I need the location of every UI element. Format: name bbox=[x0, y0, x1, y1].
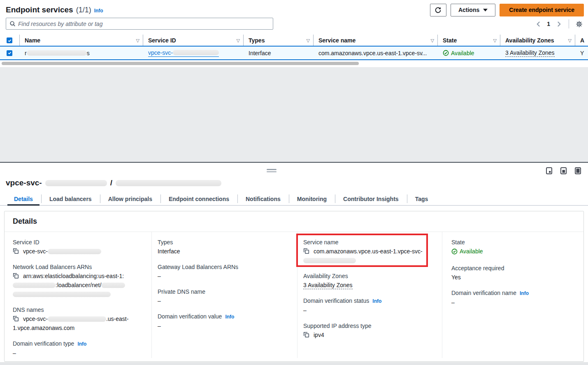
refresh-button[interactable] bbox=[430, 4, 446, 16]
field-value: – bbox=[303, 307, 307, 314]
endpoint-services-page: Endpoint services (1/1) Info Actions Cre… bbox=[0, 0, 588, 365]
select-all-cell bbox=[0, 35, 20, 46]
background-area bbox=[0, 67, 588, 162]
previous-page-button[interactable] bbox=[533, 19, 543, 29]
create-endpoint-service-button[interactable]: Create endpoint service bbox=[500, 4, 584, 16]
field-domain-verification-type: Domain verification typeInfo – bbox=[13, 339, 141, 358]
column-header-availability-zones[interactable]: Availability Zones ▽ bbox=[500, 35, 575, 46]
filter-icon[interactable]: ▽ bbox=[136, 38, 139, 43]
actions-label: Actions bbox=[458, 7, 479, 13]
search-icon bbox=[9, 21, 16, 27]
tab-load-balancers[interactable]: Load balancers bbox=[41, 192, 100, 205]
actions-button[interactable]: Actions bbox=[451, 4, 495, 16]
tab-details[interactable]: Details bbox=[6, 192, 41, 205]
field-value: Available bbox=[460, 247, 483, 256]
redacted-text bbox=[13, 292, 111, 297]
field-value: com.amazonaws.vpce.us-east-1.vpce-svc- bbox=[314, 248, 423, 255]
filter-icon[interactable]: ▽ bbox=[237, 38, 240, 43]
column-header-types[interactable]: Types ▽ bbox=[244, 35, 314, 46]
field-supported-ip-type: Supported IP address type ipv4 bbox=[303, 321, 432, 339]
tab-endpoint-connections[interactable]: Endpoint connections bbox=[160, 192, 237, 205]
field-state: State Available bbox=[451, 238, 583, 257]
field-value: – bbox=[158, 297, 161, 304]
pagination: 1 bbox=[533, 19, 584, 29]
cell-types: Interface bbox=[244, 47, 314, 59]
header-actions: Actions Create endpoint service bbox=[430, 4, 584, 16]
redacted-text bbox=[48, 316, 106, 322]
horizontal-scrollbar bbox=[0, 62, 588, 66]
availability-zones-link[interactable]: 3 Availability Zones bbox=[505, 49, 555, 57]
preferences-gear-button[interactable] bbox=[574, 19, 584, 29]
copy-icon[interactable] bbox=[13, 316, 19, 322]
field-label: Supported IP address type bbox=[303, 323, 372, 329]
field-value: arn:aws:elasticloadbalancing:us-east- bbox=[23, 273, 119, 279]
column-header-service-id[interactable]: Service ID ▽ bbox=[143, 35, 244, 46]
caret-down-icon bbox=[483, 9, 488, 12]
copy-icon[interactable] bbox=[303, 248, 310, 254]
next-page-button[interactable] bbox=[554, 19, 564, 29]
field-domain-verification-value: Domain verification valueInfo – bbox=[158, 312, 287, 330]
field-label: Service name bbox=[303, 239, 339, 246]
info-link[interactable]: Info bbox=[372, 298, 381, 304]
field-domain-verification-name: Domain verification nameInfo – bbox=[451, 288, 583, 307]
column-header-service-name[interactable]: Service name ▽ bbox=[314, 35, 438, 46]
header-info-link[interactable]: Info bbox=[94, 8, 103, 14]
field-label: Acceptance required bbox=[451, 265, 504, 271]
current-page-number[interactable]: 1 bbox=[546, 21, 551, 27]
redacted-text bbox=[13, 283, 56, 288]
field-value: – bbox=[13, 350, 16, 356]
select-all-checkbox[interactable] bbox=[7, 37, 12, 43]
details-card-heading: Details bbox=[5, 211, 583, 232]
field-value: ipv4 bbox=[314, 332, 324, 338]
info-link[interactable]: Info bbox=[225, 314, 234, 320]
details-card: Details Service ID vpce-svc- Network Loa… bbox=[4, 211, 584, 362]
tab-contributor-insights[interactable]: Contributor Insights bbox=[335, 192, 407, 205]
field-gwlb-arns: Gateway Load Balancers ARNs – bbox=[158, 262, 287, 281]
table-header: Name ▽ Service ID ▽ Types ▽ Service name… bbox=[0, 35, 588, 46]
filter-icon[interactable]: ▽ bbox=[493, 38, 497, 43]
tab-monitoring[interactable]: Monitoring bbox=[289, 192, 335, 205]
column-header-name[interactable]: Name ▽ bbox=[20, 35, 143, 46]
scrollbar-thumb[interactable] bbox=[2, 62, 359, 65]
filter-icon[interactable]: ▽ bbox=[568, 38, 572, 43]
column-divider bbox=[442, 232, 442, 358]
filter-icon[interactable]: ▽ bbox=[307, 38, 310, 43]
copy-icon[interactable] bbox=[13, 273, 19, 279]
column-header-state[interactable]: State ▽ bbox=[438, 35, 500, 46]
field-service-name: Service name com.amazonaws.vpce.us-east-… bbox=[303, 238, 432, 265]
column-divider bbox=[297, 232, 297, 358]
panel-title: vpce-svc- / bbox=[6, 178, 221, 187]
field-label: Domain verification value bbox=[158, 313, 222, 320]
tab-tags[interactable]: Tags bbox=[407, 192, 437, 205]
table-row[interactable]: rs vpce-svc- Interface com.amazonaws.vpc… bbox=[0, 46, 588, 60]
field-label: Gateway Load Balancers ARNs bbox=[158, 264, 238, 270]
redacted-text bbox=[27, 50, 87, 56]
tab-allow-principals[interactable]: Allow principals bbox=[100, 192, 160, 205]
column-divider bbox=[151, 232, 152, 358]
tab-bar: Details Load balancers Allow principals … bbox=[0, 192, 588, 206]
field-label: Domain verification type bbox=[13, 340, 74, 347]
copy-icon[interactable] bbox=[303, 332, 310, 338]
panel-position-bottom-icon[interactable] bbox=[546, 167, 553, 175]
availability-zones-link[interactable]: 3 Availability Zones bbox=[303, 282, 353, 289]
panel-resize-handle[interactable] bbox=[267, 169, 277, 173]
tab-notifications[interactable]: Notifications bbox=[237, 192, 289, 205]
field-label: Private DNS name bbox=[158, 288, 205, 295]
panel-position-side-icon[interactable] bbox=[560, 167, 567, 175]
column-header-acceptance[interactable]: A bbox=[575, 35, 588, 46]
info-link[interactable]: Info bbox=[520, 290, 529, 296]
redacted-text bbox=[48, 249, 101, 254]
panel-maximize-icon[interactable] bbox=[574, 167, 581, 175]
panel-layout-buttons bbox=[546, 167, 581, 175]
info-link[interactable]: Info bbox=[77, 341, 86, 347]
filter-icon[interactable]: ▽ bbox=[431, 38, 434, 43]
search-input[interactable] bbox=[18, 21, 270, 27]
row-checkbox[interactable] bbox=[7, 50, 12, 56]
field-label: State bbox=[451, 239, 465, 246]
service-id-link[interactable]: vpce-svc- bbox=[148, 49, 219, 57]
check-circle-icon bbox=[443, 50, 449, 56]
row-select-cell bbox=[0, 47, 20, 59]
copy-icon[interactable] bbox=[13, 248, 19, 254]
pager-divider bbox=[569, 19, 569, 28]
field-availability-zones: Availability Zones 3 Availability Zones bbox=[303, 271, 432, 290]
